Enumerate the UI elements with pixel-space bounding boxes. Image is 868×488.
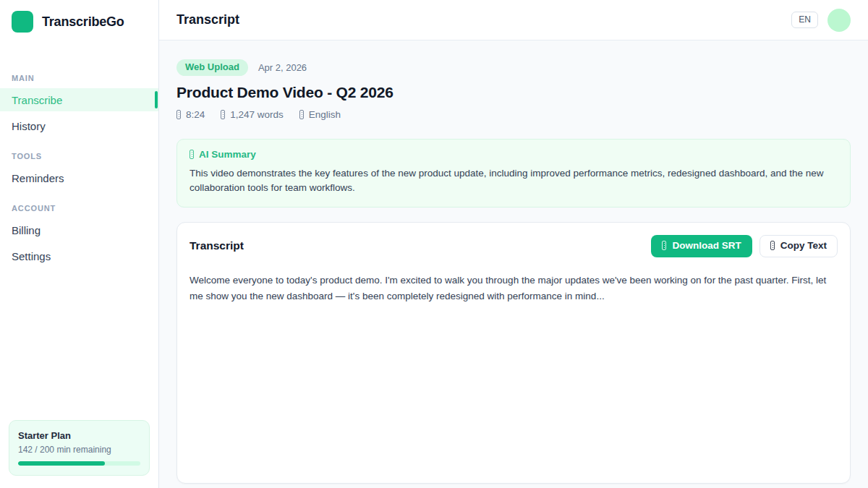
plan-usage: 142 / 200 min remaining [18, 445, 140, 455]
sidebar-item-transcribe[interactable]: Transcribe [0, 88, 158, 111]
avatar[interactable] [827, 9, 851, 32]
sparkles-icon [190, 150, 194, 159]
sidebar: TranscribeGo MAIN Transcribe History TOO… [0, 0, 159, 488]
sidebar-item-label: Billing [12, 224, 41, 236]
clock-icon [176, 110, 181, 119]
source-badge: Web Upload [176, 59, 248, 76]
download-srt-label: Download SRT [672, 240, 741, 252]
content: Web Upload Apr 2, 2026 Product Demo Vide… [159, 40, 868, 488]
transcript-body: Welcome everyone to today's product demo… [190, 273, 838, 304]
nav-section-account: ACCOUNT [0, 204, 158, 213]
meta-items: 8:24 1,247 words English [176, 109, 851, 120]
ai-summary-label: AI Summary [199, 149, 256, 160]
download-srt-button[interactable]: Download SRT [651, 235, 752, 257]
sidebar-nav: MAIN Transcribe History TOOLS Reminders … [0, 59, 158, 270]
sidebar-item-label: History [12, 120, 46, 132]
copy-text-label: Copy Text [780, 240, 827, 252]
plan-name: Starter Plan [18, 430, 140, 441]
sidebar-item-label: Reminders [12, 172, 64, 184]
doc-date: Apr 2, 2026 [258, 62, 307, 73]
sidebar-item-reminders[interactable]: Reminders [0, 166, 158, 189]
sidebar-item-settings[interactable]: Settings [0, 244, 158, 267]
meta-language-value: English [309, 109, 341, 120]
brand-logo-icon [12, 11, 33, 33]
transcript-actions: Download SRT Copy Text [651, 235, 838, 257]
globe-icon [299, 110, 304, 119]
transcript-card-title: Transcript [190, 239, 244, 252]
sidebar-item-history[interactable]: History [0, 114, 158, 137]
plan-card: Starter Plan 142 / 200 min remaining [9, 420, 150, 476]
page-title: Transcript [176, 12, 239, 27]
ai-summary-box: AI Summary This video demonstrates the k… [176, 139, 851, 207]
nav-section-main: MAIN [0, 74, 158, 82]
doc-meta-row: Web Upload Apr 2, 2026 [176, 59, 851, 76]
download-icon [662, 241, 666, 250]
meta-duration-value: 8:24 [186, 109, 205, 120]
copy-text-button[interactable]: Copy Text [760, 235, 838, 257]
sidebar-spacer [0, 270, 158, 411]
meta-words-value: 1,247 words [230, 109, 284, 120]
meta-words: 1,247 words [221, 109, 284, 120]
copy-icon [770, 241, 775, 250]
plan-progress-fill [18, 461, 105, 466]
topbar: Transcript EN [159, 0, 868, 40]
sidebar-item-label: Transcribe [12, 94, 62, 106]
language-badge[interactable]: EN [791, 12, 818, 27]
sidebar-item-billing[interactable]: Billing [0, 218, 158, 241]
transcript-head: Transcript Download SRT Copy Text [190, 235, 838, 257]
meta-duration: 8:24 [176, 109, 205, 120]
meta-language: English [299, 109, 341, 120]
nav-section-tools: TOOLS [0, 152, 158, 160]
ai-summary-label-row: AI Summary [190, 149, 838, 160]
doc-title: Product Demo Video - Q2 2026 [176, 84, 851, 101]
document-icon [221, 110, 225, 119]
brand: TranscribeGo [0, 0, 158, 43]
topbar-right: EN [791, 9, 851, 32]
brand-name: TranscribeGo [42, 14, 124, 30]
main-area: Transcript EN Web Upload Apr 2, 2026 Pro… [159, 0, 868, 488]
plan-progress-bar [18, 461, 140, 466]
transcript-card: Transcript Download SRT Copy Text Welcom… [176, 222, 851, 484]
sidebar-item-label: Settings [12, 250, 51, 262]
ai-summary-text: This video demonstrates the key features… [190, 166, 838, 195]
